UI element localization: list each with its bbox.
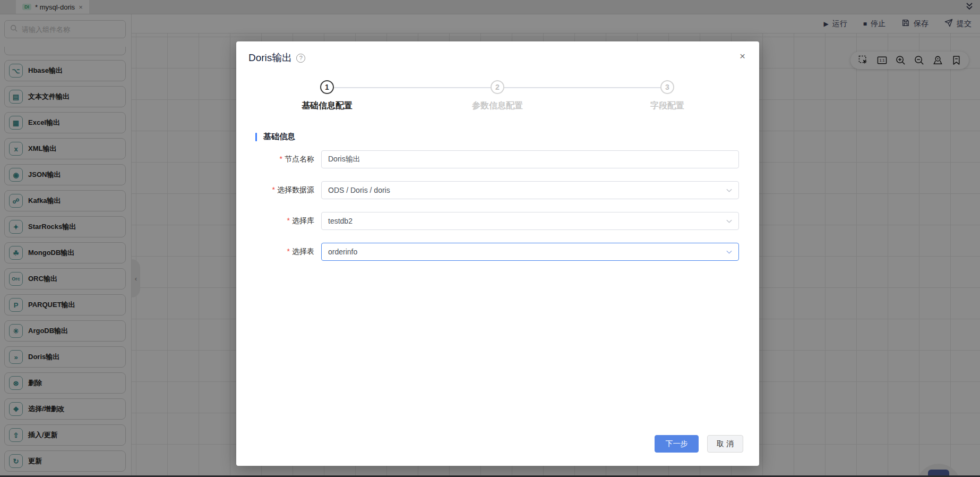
dialog-footer: 下一步 取 消 xyxy=(655,435,743,453)
form-row-node-name: *节点名称 Doris输出 xyxy=(236,150,759,168)
chevron-down-icon xyxy=(726,218,733,226)
required-marker: * xyxy=(272,185,275,194)
dialog-title: Doris输出 xyxy=(248,51,292,65)
database-select[interactable]: testdb2 xyxy=(321,212,739,230)
required-marker: * xyxy=(287,216,290,225)
form-row-database: *选择库 testdb2 xyxy=(236,212,759,230)
step-field-config: 3 字段配置 xyxy=(609,80,726,112)
chevron-down-icon xyxy=(726,187,733,195)
step-wizard: 1 基础信息配置 2 参数信息配置 3 字段配置 xyxy=(236,80,759,123)
cancel-button[interactable]: 取 消 xyxy=(707,435,743,453)
section-accent-bar xyxy=(255,133,257,141)
chevron-down-icon xyxy=(726,249,733,257)
datasource-select[interactable]: ODS / Doris / doris xyxy=(321,181,739,199)
doris-output-dialog: Doris输出 ? × 1 基础信息配置 2 参数信息配置 3 字段配置 基础信… xyxy=(236,41,759,466)
step-basic-info: 1 基础信息配置 xyxy=(269,80,385,112)
app-root: DI * mysql-doris × ⌥ xyxy=(0,0,980,477)
basic-info-form: *节点名称 Doris输出 *选择数据源 ODS / Doris / doris… xyxy=(236,150,759,274)
required-marker: * xyxy=(287,247,290,255)
table-select[interactable]: orderinfo xyxy=(321,243,739,261)
dialog-close-icon[interactable]: × xyxy=(740,51,745,61)
step-parameter-config: 2 参数信息配置 xyxy=(439,80,556,112)
next-step-button[interactable]: 下一步 xyxy=(655,435,699,453)
node-name-input[interactable]: Doris输出 xyxy=(321,150,739,168)
form-row-table: *选择表 orderinfo xyxy=(236,243,759,261)
required-marker: * xyxy=(280,155,282,163)
help-icon[interactable]: ? xyxy=(296,54,305,63)
form-row-datasource: *选择数据源 ODS / Doris / doris xyxy=(236,181,759,199)
section-basic-info: 基础信息 xyxy=(255,132,295,142)
